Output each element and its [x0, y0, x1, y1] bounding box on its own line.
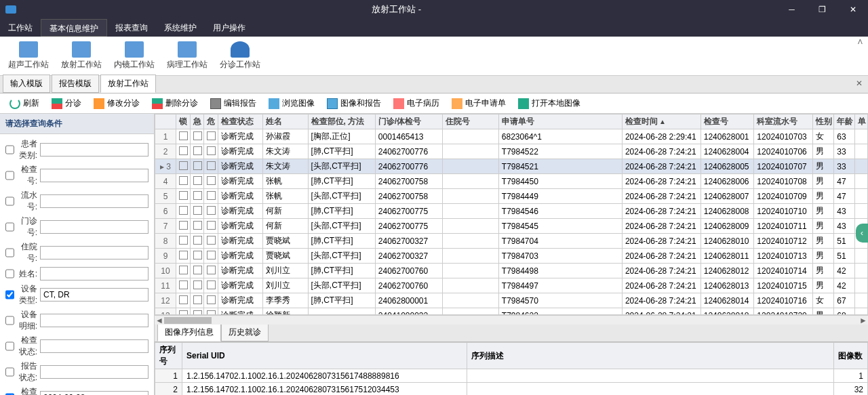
menu-user-ops[interactable]: 用户操作	[205, 19, 254, 37]
critical-checkbox[interactable]	[207, 146, 216, 155]
table-row[interactable]: 10诊断完成刘川立[肺,CT平扫]24062700760T79844982024…	[155, 264, 868, 278]
urgent-checkbox[interactable]	[193, 295, 202, 304]
filter-checkbox[interactable]	[5, 316, 14, 325]
col-header[interactable]: 申请单号	[498, 115, 622, 129]
col-header[interactable]: 检查部位, 方法	[308, 115, 375, 129]
ribbon-pathology[interactable]: 病理工作站	[163, 39, 212, 72]
lock-checkbox[interactable]	[179, 221, 188, 230]
lock-checkbox[interactable]	[179, 251, 188, 259]
filter-input[interactable]	[40, 246, 149, 259]
col-header[interactable]: 科室流水号	[754, 115, 813, 129]
tool-triage[interactable]: 分诊	[46, 95, 87, 112]
col-header[interactable]	[155, 115, 176, 129]
critical-checkbox[interactable]	[207, 280, 216, 289]
ribbon-triage[interactable]: 分诊工作站	[216, 39, 264, 72]
tool-emr[interactable]: 电子病历	[388, 95, 445, 112]
lock-checkbox[interactable]	[179, 280, 188, 289]
collapse-side-icon[interactable]: ‹	[856, 224, 868, 243]
filter-checkbox[interactable]	[5, 248, 14, 257]
lock-checkbox[interactable]	[179, 191, 188, 200]
critical-checkbox[interactable]	[207, 251, 216, 259]
detail-col-header[interactable]: 序列描述	[467, 343, 834, 369]
critical-checkbox[interactable]	[207, 191, 216, 200]
col-header[interactable]: 性别	[813, 115, 834, 129]
ribbon-ultrasound[interactable]: 超声工作站	[4, 39, 53, 72]
table-row[interactable]: 4诊断完成张帆[肺,CT平扫]24062700758T79844502024-0…	[155, 174, 868, 189]
col-header[interactable]: 姓名	[263, 115, 308, 129]
urgent-checkbox[interactable]	[193, 251, 202, 259]
table-row[interactable]: 8诊断完成贾晓斌[肺,CT平扫]24062700327T79847042024-…	[155, 234, 868, 249]
ribbon-radiology[interactable]: 放射工作站	[57, 39, 106, 72]
minimize-button[interactable]: ─	[776, 0, 807, 19]
scroll-thumb[interactable]	[164, 317, 212, 324]
filter-input[interactable]	[40, 267, 149, 280]
menu-report-query[interactable]: 报表查询	[107, 19, 156, 37]
tool-dicom[interactable]: 打开本地图像	[513, 95, 586, 112]
detail-col-header[interactable]: 图像数	[834, 343, 868, 369]
urgent-checkbox[interactable]	[193, 206, 202, 215]
lock-checkbox[interactable]	[179, 131, 188, 140]
critical-checkbox[interactable]	[207, 266, 216, 274]
detail-col-header[interactable]: 序列号	[155, 343, 182, 369]
tool-edit[interactable]: 修改分诊	[88, 95, 145, 112]
scroll-right-icon[interactable]: ►	[859, 316, 868, 325]
urgent-checkbox[interactable]	[193, 280, 202, 289]
col-header[interactable]: 检查号	[701, 115, 754, 129]
series-row[interactable]: 11.2.156.14702.1.1002.16.1.2024062807315…	[155, 369, 868, 383]
lock-checkbox[interactable]	[179, 310, 188, 316]
lock-checkbox[interactable]	[179, 161, 188, 170]
critical-checkbox[interactable]	[207, 161, 216, 170]
grid-hscroll[interactable]: ◄ ►	[155, 315, 868, 325]
lock-checkbox[interactable]	[179, 146, 188, 155]
filter-input[interactable]	[40, 169, 149, 182]
col-header[interactable]: 急	[190, 115, 204, 129]
table-row[interactable]: 7诊断完成何新[头部,CT平扫]24062700775T79845452024-…	[155, 219, 868, 234]
table-row[interactable]: 5诊断完成张帆[头部,CT平扫]24062700758T79844492024-…	[155, 189, 868, 204]
menu-workstation[interactable]: 工作站	[0, 19, 41, 37]
tool-doc[interactable]: 编辑报告	[205, 95, 262, 112]
menu-system[interactable]: 系统维护	[156, 19, 205, 37]
filter-input[interactable]	[40, 194, 149, 208]
col-header[interactable]: 危	[204, 115, 218, 129]
lock-checkbox[interactable]	[179, 176, 188, 185]
table-row[interactable]: 11诊断完成刘川立[头部,CT平扫]24062700760T7984497202…	[155, 278, 868, 293]
critical-checkbox[interactable]	[207, 236, 216, 245]
urgent-checkbox[interactable]	[193, 146, 202, 155]
table-row[interactable]: 1诊断完成孙淑霞[胸部,正位]00014654136823064^12024-0…	[155, 129, 868, 144]
tab-input-template[interactable]: 输入模版	[3, 75, 50, 93]
ribbon-endoscopy[interactable]: 内镜工作站	[110, 39, 159, 72]
series-grid[interactable]: 序列号Serial UID序列描述图像数11.2.156.14702.1.100…	[155, 342, 868, 395]
tab-series-info[interactable]: 图像序列信息	[157, 323, 221, 341]
critical-checkbox[interactable]	[207, 221, 216, 230]
filter-checkbox[interactable]	[5, 269, 14, 278]
series-row[interactable]: 21.2.156.14702.1.1002.16.1.2024062807315…	[155, 383, 868, 396]
tab-report-template[interactable]: 报告模版	[52, 75, 99, 93]
lock-checkbox[interactable]	[179, 236, 188, 245]
filter-input[interactable]	[40, 220, 149, 234]
filter-checkbox[interactable]	[5, 222, 14, 232]
tool-triage[interactable]: 删除分诊	[146, 95, 203, 112]
detail-col-header[interactable]: Serial UID	[182, 343, 467, 369]
tab-history[interactable]: 历史就诊	[221, 323, 269, 341]
critical-checkbox[interactable]	[207, 310, 216, 316]
col-header[interactable]: 住院号	[443, 115, 499, 129]
filter-checkbox[interactable]	[5, 145, 14, 154]
tool-eform[interactable]: 电子申请单	[446, 95, 511, 112]
filter-checkbox[interactable]	[5, 171, 14, 180]
close-button[interactable]: ✕	[837, 0, 868, 19]
filter-input[interactable]	[40, 314, 149, 327]
filter-input[interactable]	[40, 288, 149, 302]
col-header[interactable]: 单	[855, 115, 868, 129]
filter-input[interactable]	[40, 143, 149, 157]
col-header[interactable]: 锁	[176, 115, 191, 129]
table-row[interactable]: 6诊断完成何新[肺,CT平扫]24062700775T79845462024-0…	[155, 204, 868, 219]
lock-checkbox[interactable]	[179, 266, 188, 274]
table-row[interactable]: ▸ 3诊断完成朱文涛[头部,CT平扫]24062700776T798452120…	[155, 159, 868, 174]
urgent-checkbox[interactable]	[193, 310, 202, 316]
maximize-button[interactable]: ❐	[807, 0, 837, 19]
tab-radiology-ws[interactable]: 放射工作站	[100, 75, 156, 93]
col-header[interactable]: 检查状态	[218, 115, 263, 129]
urgent-checkbox[interactable]	[193, 176, 202, 185]
filter-input[interactable]	[40, 365, 149, 379]
table-row[interactable]: 12诊断完成李季秀[肺,CT平扫]24062800001T79845702024…	[155, 293, 868, 308]
